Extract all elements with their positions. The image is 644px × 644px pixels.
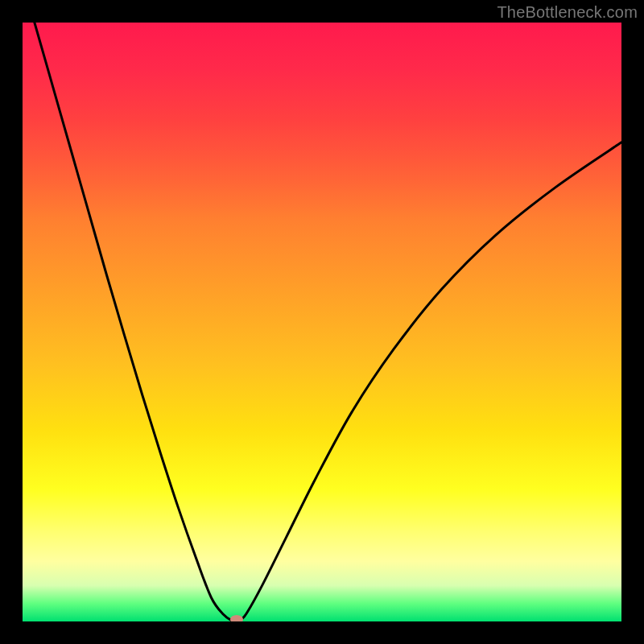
- optimum-marker-icon: [230, 615, 243, 621]
- watermark-text: TheBottleneck.com: [497, 3, 638, 22]
- chart-frame: TheBottleneck.com: [0, 0, 644, 644]
- plot-area: [23, 23, 621, 621]
- bottleneck-curve: [35, 23, 621, 621]
- curve-svg: [23, 23, 621, 621]
